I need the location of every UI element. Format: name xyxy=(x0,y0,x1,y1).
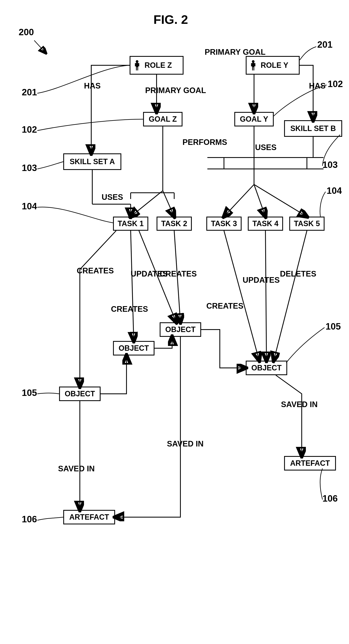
edge-creates-2: CREATES xyxy=(111,305,148,314)
ref-102-right: 102 xyxy=(328,79,343,89)
role-y-label: ROLE Y xyxy=(261,61,288,70)
ref-106-left: 106 xyxy=(22,514,37,524)
ref-201-right: 201 xyxy=(317,40,332,50)
ref-106-right: 106 xyxy=(322,493,337,504)
edge-saved-in-1: SAVED IN xyxy=(58,464,95,473)
ref-105-right: 105 xyxy=(325,321,341,332)
object-3-box: OBJECT xyxy=(160,322,201,337)
object-4-box: OBJECT xyxy=(246,361,287,375)
svg-point-6 xyxy=(252,60,255,63)
edge-performs: PERFORMS xyxy=(182,138,227,147)
artefact-2-box: ARTEFACT xyxy=(284,456,336,470)
task-1-box: TASK 1 xyxy=(113,216,148,231)
svg-line-30 xyxy=(254,184,265,216)
ref-200: 200 xyxy=(19,27,34,37)
edge-creates-1: CREATES xyxy=(77,266,114,275)
task-2-box: TASK 2 xyxy=(157,216,192,231)
person-icon xyxy=(250,60,256,71)
svg-rect-8 xyxy=(252,67,253,70)
edge-uses-b: USES xyxy=(255,143,276,152)
edge-has-z: HAS xyxy=(84,82,101,90)
svg-line-36 xyxy=(265,231,266,361)
ref-103-right: 103 xyxy=(322,160,337,170)
svg-rect-11 xyxy=(254,63,255,66)
edge-primary-goal-z: PRIMARY GOAL xyxy=(145,86,206,95)
svg-line-29 xyxy=(224,184,254,216)
edge-deletes: DELETES xyxy=(280,270,316,278)
role-z-box: ROLE Z xyxy=(130,56,184,74)
goal-z-box: GOAL Z xyxy=(143,112,182,126)
diagram-page: FIG. 2 200 ROLE Z ROLE Y GOAL Z GOAL Y S… xyxy=(0,0,349,644)
svg-line-37 xyxy=(274,231,307,361)
svg-rect-7 xyxy=(252,63,254,67)
svg-rect-4 xyxy=(135,63,136,66)
svg-line-31 xyxy=(254,184,307,216)
object-1-box: OBJECT xyxy=(59,386,101,401)
edge-updates-1: UPDATES xyxy=(131,270,168,278)
svg-rect-5 xyxy=(138,63,139,66)
object-2-box: OBJECT xyxy=(113,341,155,356)
edge-uses-a: USES xyxy=(102,193,123,202)
connectors-overlay xyxy=(0,0,349,644)
skillset-a-box: SKILL SET A xyxy=(63,154,121,170)
task-5-box: TASK 5 xyxy=(289,216,324,231)
ref-201-left: 201 xyxy=(22,87,37,98)
svg-rect-10 xyxy=(251,63,252,66)
svg-line-26 xyxy=(131,191,163,216)
role-z-label: ROLE Z xyxy=(145,61,172,70)
svg-line-35 xyxy=(224,231,259,361)
svg-rect-1 xyxy=(136,63,138,67)
ref-105-left: 105 xyxy=(22,388,37,398)
edge-primary-goal-y: PRIMARY GOAL xyxy=(205,48,265,56)
svg-line-32 xyxy=(131,231,134,341)
person-icon xyxy=(134,60,140,71)
svg-rect-3 xyxy=(137,67,138,70)
task-3-box: TASK 3 xyxy=(206,216,242,231)
svg-rect-9 xyxy=(253,67,254,70)
svg-line-27 xyxy=(163,191,174,216)
goal-y-box: GOAL Y xyxy=(234,112,274,126)
edge-saved-in-3: SAVED IN xyxy=(281,400,318,409)
edge-creates-4: CREATES xyxy=(206,302,243,310)
figure-title: FIG. 2 xyxy=(153,12,188,27)
ref-103-left: 103 xyxy=(22,163,37,173)
svg-rect-2 xyxy=(136,67,137,70)
skillset-b-box: SKILL SET B xyxy=(284,120,342,137)
role-y-box: ROLE Y xyxy=(246,56,300,74)
ref-104-left: 104 xyxy=(22,201,37,212)
task-4-box: TASK 4 xyxy=(248,216,283,231)
ref-104-right: 104 xyxy=(326,186,342,196)
edge-saved-in-2: SAVED IN xyxy=(167,440,204,448)
ref-102-left: 102 xyxy=(22,124,37,135)
edge-has-y: HAS xyxy=(309,82,325,90)
artefact-1-box: ARTEFACT xyxy=(63,510,115,524)
svg-point-0 xyxy=(136,60,139,63)
edge-updates-2: UPDATES xyxy=(243,276,280,284)
